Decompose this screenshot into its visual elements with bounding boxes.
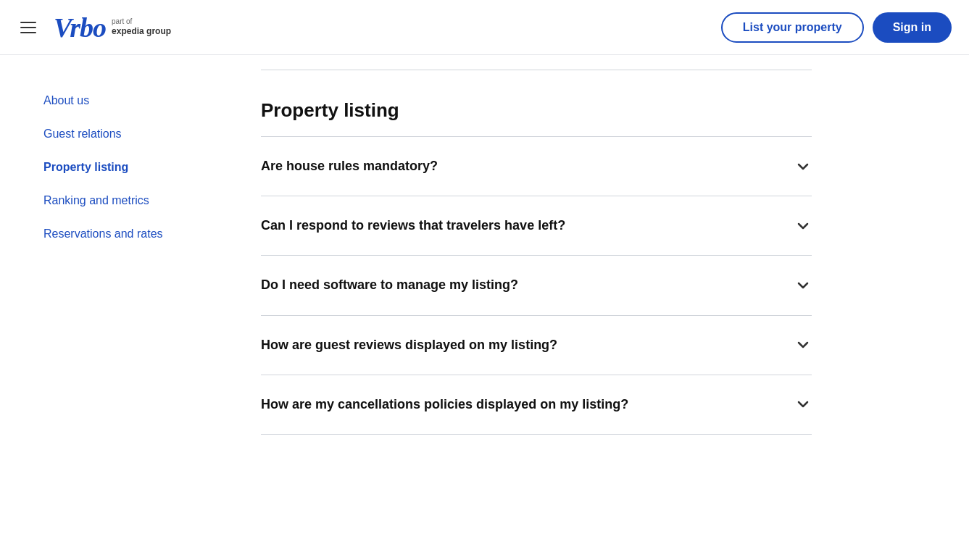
sidebar-item-reservations-and-rates[interactable]: Reservations and rates <box>43 217 200 251</box>
chevron-down-icon <box>794 396 812 413</box>
sidebar-item-guest-relations[interactable]: Guest relations <box>43 117 200 151</box>
faq-item-house-rules[interactable]: Are house rules mandatory? <box>261 137 812 196</box>
sidebar-nav: About us Guest relations Property listin… <box>43 84 200 251</box>
faq-question-house-rules: Are house rules mandatory? <box>261 157 780 175</box>
faq-item-software-manage[interactable]: Do I need software to manage my listing? <box>261 256 812 315</box>
sidebar-item-about-us[interactable]: About us <box>43 84 200 117</box>
faq-question-software-manage: Do I need software to manage my listing? <box>261 276 780 294</box>
sign-in-button[interactable]: Sign in <box>873 12 952 43</box>
content-area: Property listing Are house rules mandato… <box>217 55 870 560</box>
faq-item-respond-reviews[interactable]: Can I respond to reviews that travelers … <box>261 196 812 256</box>
hamburger-menu[interactable] <box>17 19 39 36</box>
main-layout: About us Guest relations Property listin… <box>0 55 969 560</box>
expedia-group-label: part of expedia group <box>112 17 171 38</box>
header: Vrbo part of expedia group List your pro… <box>0 0 969 55</box>
sidebar-item-property-listing[interactable]: Property listing <box>43 151 200 184</box>
faq-question-guest-reviews-displayed: How are guest reviews displayed on my li… <box>261 336 780 354</box>
chevron-down-icon <box>794 158 812 175</box>
faq-question-cancellations-policies: How are my cancellations policies displa… <box>261 396 780 414</box>
chevron-down-icon <box>794 336 812 354</box>
faq-question-respond-reviews: Can I respond to reviews that travelers … <box>261 217 780 235</box>
header-left: Vrbo part of expedia group <box>17 14 171 41</box>
sidebar: About us Guest relations Property listin… <box>0 55 217 560</box>
logo-container: Vrbo part of expedia group <box>54 14 171 41</box>
top-divider <box>261 70 812 70</box>
faq-list: Are house rules mandatory? Can I respond… <box>261 137 812 435</box>
chevron-down-icon <box>794 277 812 294</box>
faq-item-cancellations-policies[interactable]: How are my cancellations policies displa… <box>261 375 812 435</box>
vrbo-logo: Vrbo <box>54 14 106 41</box>
list-property-button[interactable]: List your property <box>721 12 864 43</box>
chevron-down-icon <box>794 217 812 235</box>
section-title: Property listing <box>261 99 812 122</box>
header-right: List your property Sign in <box>721 12 952 43</box>
faq-item-guest-reviews-displayed[interactable]: How are guest reviews displayed on my li… <box>261 316 812 375</box>
sidebar-item-ranking-and-metrics[interactable]: Ranking and metrics <box>43 184 200 217</box>
